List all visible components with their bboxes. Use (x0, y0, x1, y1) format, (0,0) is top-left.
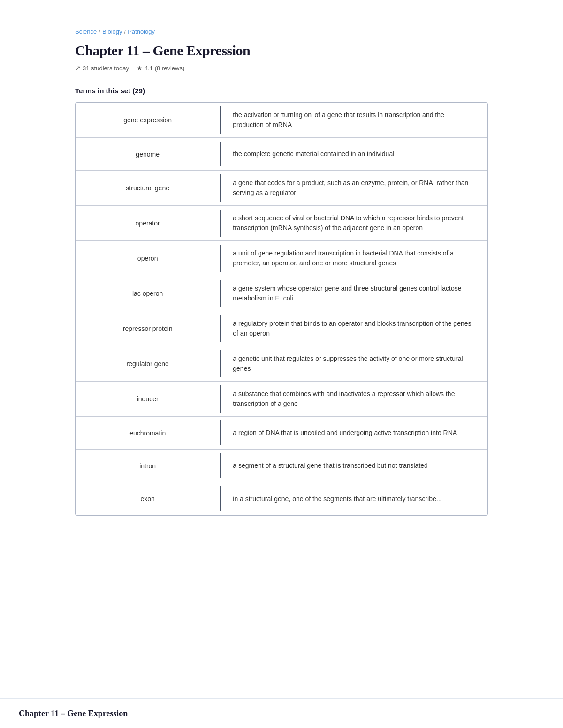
term-cell: inducer (76, 382, 220, 416)
table-row: introna segment of a structural gene tha… (76, 450, 487, 482)
term-cell: exon (76, 482, 220, 515)
table-row: lac operona gene system whose operator g… (76, 276, 487, 311)
footer-title: Chapter 11 – Gene Expression (19, 709, 544, 719)
definition-cell: a segment of a structural gene that is t… (221, 450, 487, 482)
definition-cell: a unit of gene regulation and transcript… (221, 241, 487, 276)
term-cell: regulator gene (76, 346, 220, 381)
table-row: structural genea gene that codes for a p… (76, 171, 487, 206)
definition-cell: in a structural gene, one of the segment… (221, 482, 487, 515)
definition-cell: a gene that codes for a product, such as… (221, 171, 487, 205)
term-cell: operator (76, 206, 220, 240)
term-cell: genome (76, 138, 220, 170)
breadcrumb: Science / Biology / Pathology (75, 28, 488, 35)
breadcrumb-biology[interactable]: Biology (102, 28, 122, 35)
definition-cell: the activation or 'turning on' of a gene… (221, 103, 487, 137)
term-cell: lac operon (76, 276, 220, 311)
terms-table: gene expressionthe activation or 'turnin… (75, 102, 488, 516)
breadcrumb-science[interactable]: Science (75, 28, 97, 35)
table-row: regulator genea genetic unit that regula… (76, 346, 487, 382)
term-cell: intron (76, 450, 220, 482)
term-cell: repressor protein (76, 311, 220, 346)
meta-row: ↗ 31 studiers today ★ 4.1 (8 reviews) (75, 64, 488, 72)
rating-value: 4.1 (8 reviews) (145, 65, 184, 72)
table-row: exonin a structural gene, one of the seg… (76, 482, 487, 515)
definition-cell: a substance that combines with and inact… (221, 382, 487, 416)
term-cell: structural gene (76, 171, 220, 205)
term-cell: gene expression (76, 103, 220, 137)
studiers-meta: ↗ 31 studiers today (75, 64, 129, 72)
star-icon: ★ (137, 64, 143, 72)
table-row: operatora short sequence of viral or bac… (76, 206, 487, 241)
footer-bar: Chapter 11 – Gene Expression (0, 698, 563, 728)
definition-cell: a gene system whose operator gene and th… (221, 276, 487, 311)
breadcrumb-sep-1: / (99, 28, 100, 35)
rating-meta: ★ 4.1 (8 reviews) (137, 64, 184, 72)
breadcrumb-sep-2: / (124, 28, 126, 35)
definition-cell: a genetic unit that regulates or suppres… (221, 346, 487, 381)
table-row: operona unit of gene regulation and tran… (76, 241, 487, 276)
definition-cell: a region of DNA that is uncoiled and und… (221, 417, 487, 449)
table-row: genomethe complete genetic material cont… (76, 138, 487, 171)
section-title: Terms in this set (29) (75, 87, 488, 95)
term-cell: euchromatin (76, 417, 220, 449)
table-row: inducera substance that combines with an… (76, 382, 487, 417)
table-row: euchromatina region of DNA that is uncoi… (76, 417, 487, 450)
trending-icon: ↗ (75, 64, 81, 72)
breadcrumb-pathology[interactable]: Pathology (128, 28, 155, 35)
term-cell: operon (76, 241, 220, 276)
definition-cell: a short sequence of viral or bacterial D… (221, 206, 487, 240)
definition-cell: the complete genetic material contained … (221, 138, 487, 170)
studiers-count: 31 studiers today (83, 65, 129, 72)
table-row: gene expressionthe activation or 'turnin… (76, 103, 487, 138)
page-title: Chapter 11 – Gene Expression (75, 43, 488, 59)
definition-cell: a regulatory protein that binds to an op… (221, 311, 487, 346)
table-row: repressor proteina regulatory protein th… (76, 311, 487, 346)
